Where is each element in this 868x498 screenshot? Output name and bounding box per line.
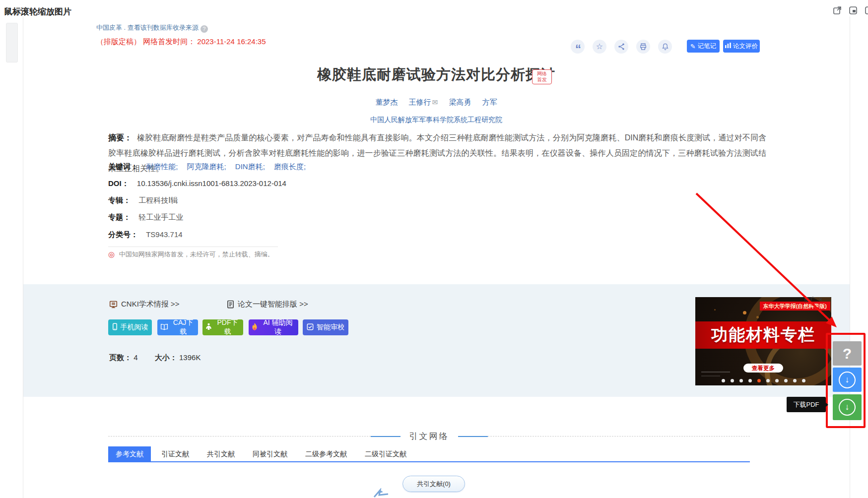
see-more-button[interactable]: 查看更多 (743, 364, 783, 373)
tab-citing-papers[interactable]: 引证文献 (154, 446, 197, 461)
download-pdf-tooltip: 下载PDF (787, 397, 826, 412)
publish-time-label: 网络首发时间： (143, 37, 195, 46)
cnki-report-link[interactable]: CNKI学术情报 >> (109, 300, 180, 309)
topic-row: 专题： 轻工业手工业 (108, 213, 183, 222)
star-icon[interactable]: ☆ (593, 40, 606, 54)
window-edge-icon[interactable] (864, 5, 868, 15)
caj-download-label: CAJ下载 (171, 318, 195, 336)
badge-line2: 首发 (533, 77, 551, 83)
banner-headline: 功能材料专栏 (711, 324, 815, 346)
smart-typeset-label: 论文一键智能排版 >> (238, 300, 308, 309)
tab-references[interactable]: 参考文献 (108, 446, 151, 461)
size-value: 1396K (179, 353, 200, 362)
doi-label: DOI： (108, 179, 129, 187)
journal-source-line: 中国皮革 . 查看该刊数据库收录来源? (96, 23, 208, 33)
tab-co-cited[interactable]: 同被引文献 (245, 446, 295, 461)
zoom-hint-label: 鼠标滚轮缩放图片 (4, 6, 71, 17)
header-solid-line (458, 436, 488, 437)
download-icon: ↓ (839, 399, 856, 416)
restore-window-icon[interactable] (848, 5, 858, 15)
take-notes-label: 记笔记 (698, 42, 717, 51)
carousel-dot[interactable] (731, 379, 734, 382)
mobile-read-label: 手机阅读 (121, 323, 148, 332)
pages-value: 4 (134, 353, 137, 362)
copyright-text: 中国知网独家网络首发，未经许可，禁止转载、摘编。 (119, 250, 274, 258)
download-pdf-button[interactable]: ↓ (833, 394, 862, 420)
affiliation-link[interactable]: 中国人民解放军军事科学院系统工程研究院 (370, 116, 502, 124)
header-dashed-line (488, 436, 750, 436)
carousel-dot[interactable] (784, 379, 788, 382)
author-link[interactable]: 董梦杰 (375, 98, 398, 106)
left-panel-edge (6, 23, 18, 62)
album-value: 工程科技Ⅰ辑 (138, 196, 178, 204)
tab-secondary-citing[interactable]: 二级引证文献 (357, 446, 414, 461)
print-icon[interactable] (636, 40, 650, 54)
promo-banner[interactable]: 东华大学学报(自然科学版) 功能材料专栏 查看更多 (695, 297, 831, 385)
carousel-dot-active[interactable] (757, 379, 761, 382)
author-row: 董梦杰 王修行✉ 梁高勇 方军 (23, 98, 850, 107)
smart-proofread-button[interactable]: 智能审校 (303, 319, 348, 335)
download-button-blue[interactable]: ↓ (833, 368, 862, 392)
author-link[interactable]: 方军 (482, 98, 497, 106)
citation-network-header: 引文网络 (108, 431, 750, 442)
bell-icon[interactable] (658, 40, 672, 54)
share-icon[interactable] (614, 40, 628, 54)
publish-status: （排版定稿） (96, 37, 141, 46)
banner-headline-band: 功能材料专栏 (695, 321, 831, 349)
ad-tag[interactable]: 推广× (804, 296, 823, 304)
cnki-report-icon (109, 300, 118, 309)
banner-decor-dots (743, 311, 746, 314)
header-dashed-line (108, 436, 371, 436)
mobile-read-button[interactable]: 手机阅读 (108, 319, 152, 335)
phone-icon (112, 323, 118, 332)
tab-co-citations[interactable]: 共引文献 (200, 446, 242, 461)
publish-time-line: （排版定稿） 网络首发时间： 2023-11-24 16:24:35 (96, 37, 266, 47)
author-link[interactable]: 王修行✉ (409, 98, 438, 106)
carousel-dot[interactable] (748, 379, 752, 382)
chart-icon (725, 43, 731, 50)
keyword-link[interactable]: 磨痕长度; (274, 162, 306, 171)
author-link[interactable]: 梁高勇 (449, 98, 471, 106)
topic-label: 专题： (108, 213, 131, 221)
open-external-icon[interactable] (832, 5, 842, 15)
help-button[interactable]: ? (833, 341, 862, 366)
copyright-target-icon: ◎ (108, 250, 115, 258)
take-notes-button[interactable]: ✎ 记笔记 (687, 40, 720, 53)
affiliation-row: 中国人民解放军军事科学院系统工程研究院 (23, 116, 850, 124)
quote-icon[interactable]: “ (571, 40, 585, 54)
carousel-dot[interactable] (775, 379, 779, 382)
album-label: 专辑： (108, 196, 131, 204)
carousel-dot[interactable] (739, 379, 743, 382)
pages-size-row: 页数： 4 大小： 1396K (109, 353, 200, 363)
publish-time-value: 2023-11-24 16:24:35 (197, 37, 266, 46)
pdf-download-button[interactable]: PDF下载 (202, 319, 243, 335)
close-icon[interactable]: × (819, 296, 823, 303)
tab-secondary-references[interactable]: 二级参考文献 (298, 446, 354, 461)
copyright-divider (108, 247, 278, 247)
keywords-label: 关键词： (108, 162, 138, 171)
ai-assist-read-label: AI 辅助阅读 (261, 318, 295, 336)
journal-name-link[interactable]: 中国皮革 (96, 24, 122, 31)
paper-evaluate-button[interactable]: 论文评价 (723, 40, 760, 53)
help-circle-icon[interactable]: ? (200, 25, 208, 33)
co-citation-node[interactable]: 共引文献(0) (402, 476, 465, 492)
abstract-label: 摘要： (108, 130, 132, 145)
pencil-icon: ✎ (690, 43, 696, 50)
carousel-dot[interactable] (802, 379, 805, 382)
flame-icon (252, 323, 258, 332)
download-icon: ↓ (839, 372, 856, 388)
paper-evaluate-label: 论文评价 (733, 42, 758, 51)
carousel-dot[interactable] (766, 379, 770, 382)
smart-typeset-link[interactable]: 论文一键智能排版 >> (227, 300, 308, 309)
keyword-link[interactable]: 阿克隆磨耗; (187, 162, 226, 171)
caj-download-button[interactable]: CAJ下载 (157, 319, 198, 335)
citation-network-title: 引文网络 (409, 431, 449, 442)
carousel-dot[interactable] (722, 379, 725, 382)
journal-source-link[interactable]: . 查看该刊数据库收录来源 (122, 24, 199, 31)
keyword-link[interactable]: 耐磨性能; (146, 162, 178, 171)
cnki-report-label: CNKI学术情报 >> (121, 300, 180, 309)
ai-assist-read-button[interactable]: AI 辅助阅读 (249, 319, 298, 335)
album-row: 专辑： 工程科技Ⅰ辑 (108, 196, 178, 205)
keyword-link[interactable]: DIN磨耗; (235, 162, 265, 171)
carousel-dot[interactable] (793, 379, 797, 382)
